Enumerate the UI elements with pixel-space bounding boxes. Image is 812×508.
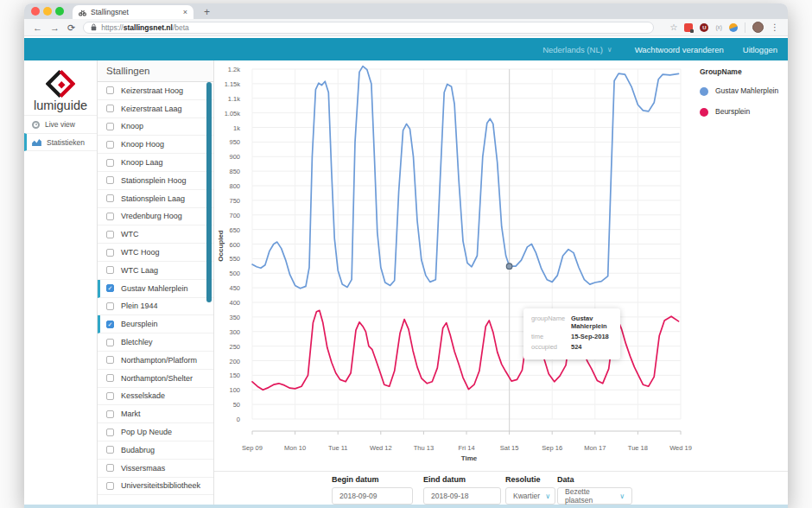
checkbox-unchecked[interactable]: [106, 105, 114, 112]
stalling-list-item[interactable]: Bletchley: [98, 333, 213, 352]
brand-name: lumiguide: [24, 98, 97, 112]
tooltip-row: groupNameGustav Mahlerplein: [531, 314, 612, 330]
window-close-button[interactable]: [31, 7, 40, 16]
browser-tab[interactable]: Stallingsnet ×: [73, 5, 193, 19]
checkbox-unchecked[interactable]: [106, 429, 114, 436]
checkbox-unchecked[interactable]: [106, 464, 114, 472]
close-tab-icon[interactable]: ×: [183, 8, 187, 16]
legend-entry[interactable]: Gustav Mahlerplein: [700, 86, 786, 96]
stalling-list-item[interactable]: WTC Hoog: [98, 244, 213, 262]
begin-date-input[interactable]: 2018-09-09: [332, 487, 413, 505]
stalling-list-item[interactable]: Vissersmaas: [98, 460, 213, 478]
extension-u-icon[interactable]: U: [700, 23, 708, 32]
profile-avatar[interactable]: [752, 22, 764, 33]
checkbox-unchecked[interactable]: [106, 86, 114, 94]
stalling-list-item[interactable]: Universiteitsbibliotheek: [98, 478, 213, 496]
reload-icon[interactable]: ⟳: [67, 20, 75, 35]
checkbox-unchecked[interactable]: [106, 410, 114, 418]
stalling-list-item[interactable]: Vredenburg Hoog: [98, 208, 213, 226]
checkbox-unchecked[interactable]: [106, 123, 114, 130]
checkbox-unchecked[interactable]: [106, 374, 114, 382]
stalling-list-item[interactable]: Keizerstraat Laag: [98, 100, 213, 118]
checkbox-unchecked[interactable]: [106, 194, 114, 202]
x-tick-label: Sep 09: [231, 444, 274, 452]
resolution-label: Resolutie: [505, 475, 555, 484]
stalling-list-item[interactable]: Knoop Hoog: [98, 136, 213, 154]
stalling-label: Markt: [121, 410, 141, 418]
stalling-list-item[interactable]: WTC: [98, 225, 213, 244]
checkbox-unchecked[interactable]: [106, 141, 114, 149]
url-bar[interactable]: https://stallingsnet.nl/beta: [83, 22, 654, 34]
browser-tab-strip: Stallingsnet × +: [24, 3, 788, 19]
chevron-down-icon: ∨: [619, 492, 625, 500]
stallingen-panel: Stallingen Keizerstraat HoogKeizerstraat…: [97, 60, 214, 505]
y-tick-label: 450: [211, 284, 240, 292]
bookmark-star-icon[interactable]: ☆: [669, 22, 677, 32]
extension-color-icon[interactable]: [729, 23, 738, 32]
extension-red-icon[interactable]: [684, 23, 693, 32]
stalling-list-item[interactable]: Knoop: [98, 118, 213, 137]
checkbox-unchecked[interactable]: [106, 176, 114, 184]
language-selector[interactable]: Nederlands (NL) ∨: [542, 45, 612, 54]
stalling-list-item[interactable]: WTC Laag: [98, 262, 213, 280]
stalling-list-item[interactable]: Northampton/Platform: [98, 352, 213, 370]
stalling-list-item[interactable]: Knoop Laag: [98, 154, 213, 172]
legend-entry[interactable]: Beursplein: [700, 107, 786, 117]
checkbox-checked[interactable]: ✓: [106, 284, 114, 292]
stalling-list-item[interactable]: ✓Gustav Mahlerplein: [98, 280, 213, 298]
stalling-list-item[interactable]: Stationsplein Laag: [98, 190, 213, 208]
begin-date-label: Begin datum: [332, 475, 413, 484]
checkbox-unchecked[interactable]: [106, 356, 114, 364]
tooltip-value: Gustav Mahlerplein: [571, 314, 612, 330]
back-icon[interactable]: ←: [33, 20, 42, 35]
y-tick-label: 1k: [211, 124, 240, 132]
stalling-list-item[interactable]: Kesselskade: [98, 388, 213, 406]
stalling-label: Vissersmaas: [121, 464, 165, 473]
y-tick-label: 1.05k: [211, 110, 240, 117]
tooltip-label: groupName: [531, 314, 571, 330]
window-zoom-button[interactable]: [55, 7, 64, 16]
stalling-list-item[interactable]: Stationsplein Hoog: [98, 172, 213, 190]
x-tick-label: Tue 18: [616, 444, 659, 452]
x-tick-label: Sep 16: [530, 444, 574, 452]
checkbox-unchecked[interactable]: [106, 266, 114, 274]
line-chart-plot[interactable]: [249, 64, 685, 441]
change-password-link[interactable]: Wachtwoord veranderen: [635, 45, 724, 54]
stalling-list-item[interactable]: Budabrug: [98, 441, 213, 460]
resolution-select[interactable]: Kwartier∨: [505, 487, 555, 505]
stalling-list-item[interactable]: ✓Beursplein: [98, 315, 213, 333]
extension-x-icon[interactable]: (x): [715, 24, 722, 30]
checkbox-unchecked[interactable]: [106, 482, 114, 490]
new-tab-button[interactable]: +: [204, 5, 210, 19]
checkbox-unchecked[interactable]: [106, 213, 114, 220]
stalling-list-item[interactable]: Northampton/Shelter: [98, 370, 213, 388]
checkbox-unchecked[interactable]: [106, 339, 114, 346]
x-tick-label: Wed 12: [359, 444, 403, 452]
stalling-label: Vredenburg Hoog: [121, 212, 182, 220]
checkbox-unchecked[interactable]: [106, 159, 114, 167]
stalling-list-item[interactable]: Plein 1944: [98, 298, 213, 316]
sidebar-item-statistieken[interactable]: Statistieken: [24, 133, 97, 151]
checkbox-unchecked[interactable]: [106, 446, 114, 454]
checkbox-unchecked[interactable]: [106, 249, 114, 257]
stallingen-title: Stallingen: [98, 60, 213, 82]
stalling-list-item[interactable]: Keizerstraat Hoog: [98, 82, 213, 100]
forward-icon[interactable]: →: [50, 20, 60, 35]
end-date-input[interactable]: 2018-09-18: [423, 487, 501, 505]
checkbox-checked[interactable]: ✓: [106, 321, 114, 328]
stalling-list-item[interactable]: Pop Up Neude: [98, 423, 213, 441]
sidebar-item-live-view[interactable]: Live view: [24, 115, 97, 133]
data-type-select[interactable]: Bezette plaatsen∨: [557, 487, 632, 505]
logout-link[interactable]: Uitloggen: [743, 45, 777, 54]
y-tick-label: 600: [211, 241, 240, 249]
checkbox-unchecked[interactable]: [106, 392, 114, 400]
checkbox-unchecked[interactable]: [106, 302, 114, 310]
sidebar-item-label: Statistieken: [47, 138, 85, 147]
y-tick-label: 800: [211, 182, 240, 190]
window-minimize-button[interactable]: [43, 7, 52, 16]
toolbar-divider: [745, 22, 745, 33]
checkbox-unchecked[interactable]: [106, 231, 114, 238]
stalling-list-item[interactable]: Markt: [98, 405, 213, 423]
stalling-label: Budabrug: [121, 446, 155, 454]
browser-menu-icon[interactable]: ⋮: [771, 22, 779, 32]
